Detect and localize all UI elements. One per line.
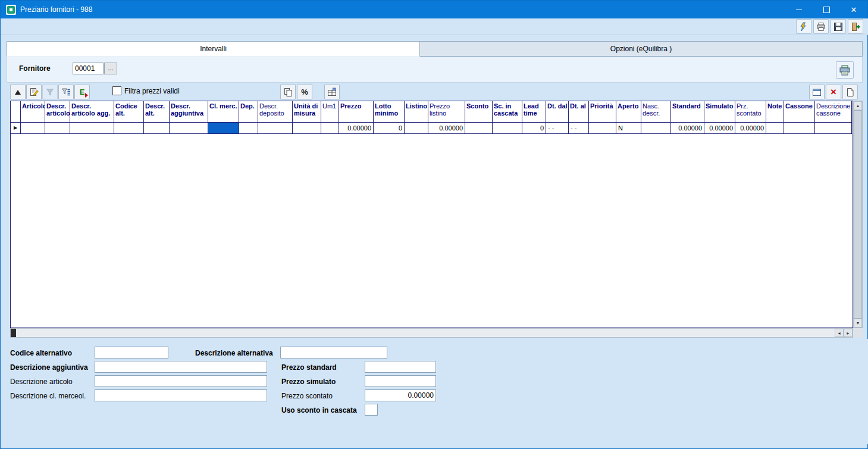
cell-codice_alt[interactable] <box>114 123 144 134</box>
column-header-descr_alt[interactable]: Descr.alt. <box>144 101 170 123</box>
filtra-prezzi-validi-checkbox[interactable] <box>112 86 121 95</box>
hscroll-right-button[interactable]: ► <box>844 329 853 337</box>
prezzo-simulato-input[interactable] <box>365 375 436 387</box>
cell-descr_alt[interactable] <box>144 123 170 134</box>
print-button[interactable] <box>813 19 829 34</box>
tab-intervalli[interactable]: Intervalli <box>7 41 420 57</box>
descrizione-alternativa-input[interactable] <box>280 347 387 358</box>
vscroll-down-button[interactable]: ▼ <box>854 319 862 328</box>
column-header-simulato[interactable]: Simulato <box>704 101 735 123</box>
vertical-scrollbar[interactable]: ▲ ▼ <box>853 101 863 328</box>
column-header-unita_di_misura[interactable]: Unità dimisura <box>293 101 321 123</box>
percent-button[interactable]: % <box>297 85 312 99</box>
fornitore-input[interactable] <box>73 63 104 74</box>
column-header-cl_merc[interactable]: Cl. merc. <box>208 101 239 123</box>
hscroll-thumb[interactable] <box>11 329 16 337</box>
column-header-dep[interactable]: Dep. <box>239 101 258 123</box>
new-row-button[interactable] <box>842 85 858 99</box>
copy-button[interactable] <box>280 85 296 99</box>
column-header-cassone[interactable]: Cassone <box>784 101 815 123</box>
uso-sconto-in-cascata-input[interactable] <box>365 404 378 416</box>
cell-lotto_minimo[interactable]: 0 <box>374 123 405 134</box>
cell-simulato[interactable]: 0.00000 <box>704 123 735 134</box>
hscroll-track[interactable] <box>16 329 835 337</box>
column-header-prz_scontato[interactable]: Prz.scontato <box>735 101 766 123</box>
column-header-prezzo_listino[interactable]: Prezzolistino <box>428 101 465 123</box>
close-button[interactable]: ✕ <box>840 1 867 18</box>
column-header-listino[interactable]: Listino <box>405 101 428 123</box>
cell-um1[interactable] <box>321 123 339 134</box>
prezzo-standard-input[interactable] <box>365 361 436 373</box>
print-grid-button[interactable] <box>836 61 854 79</box>
minimize-button[interactable] <box>785 1 813 18</box>
cell-descr_aggiuntiva[interactable] <box>170 123 208 134</box>
delete-row-button[interactable]: ✕ <box>826 85 841 99</box>
column-header-standard[interactable]: Standard <box>671 101 704 123</box>
column-header-descr_articolo[interactable]: Descr.articolo <box>45 101 70 123</box>
column-header-aperto[interactable]: Aperto <box>616 101 641 123</box>
column-header-codice_alt[interactable]: Codicealt. <box>114 101 144 123</box>
vscroll-track[interactable] <box>854 110 862 319</box>
maximize-button[interactable] <box>813 1 840 18</box>
save-button[interactable] <box>831 19 846 34</box>
tab-opzioni-equilibra[interactable]: Opzioni (eQuilibra ) <box>420 41 863 57</box>
horizontal-scrollbar[interactable]: ◄ ► <box>10 328 853 338</box>
descrizione-articolo-input[interactable] <box>95 375 267 387</box>
cell-cassone[interactable] <box>784 123 815 134</box>
column-header-sc_in_cascata[interactable]: Sc. incascata <box>493 101 522 123</box>
cell-descr_articolo_agg[interactable] <box>70 123 114 134</box>
vscroll-up-button[interactable]: ▲ <box>854 101 862 110</box>
vscroll-thumb[interactable] <box>854 110 862 319</box>
column-header-dt_dal[interactable]: Dt. dal <box>546 101 569 123</box>
cell-descr_articolo[interactable] <box>45 123 70 134</box>
column-header-articolo[interactable]: Articolo <box>21 101 45 123</box>
column-header-descrizione_cassone[interactable]: Descrizionecassone <box>815 101 852 123</box>
cell-sc_in_cascata[interactable] <box>493 123 522 134</box>
column-header-um1[interactable]: Um1 <box>321 101 339 123</box>
column-header-lead_time[interactable]: Leadtime <box>522 101 546 123</box>
column-header-prezzo[interactable]: Prezzo <box>339 101 374 123</box>
refresh-button[interactable] <box>796 19 811 34</box>
column-header-descr_articolo_agg[interactable]: Descr.articolo agg. <box>70 101 114 123</box>
cell-standard[interactable]: 0.00000 <box>671 123 704 134</box>
column-header-lotto_minimo[interactable]: Lottominimo <box>374 101 405 123</box>
cell-prezzo_listino[interactable]: 0.00000 <box>428 123 465 134</box>
exit-button[interactable] <box>848 19 863 34</box>
cell-unita_di_misura[interactable] <box>293 123 321 134</box>
cell-nasc_descr[interactable] <box>641 123 671 134</box>
column-header-priorita[interactable]: Priorità <box>589 101 616 123</box>
column-header-nasc_descr[interactable]: Nasc.descr. <box>641 101 671 123</box>
prezzo-scontato-input[interactable] <box>365 389 436 401</box>
codice-alternativo-input[interactable] <box>95 347 168 358</box>
cell-priorita[interactable] <box>589 123 616 134</box>
cell-note[interactable] <box>766 123 784 134</box>
column-header-descr_aggiuntiva[interactable]: Descr.aggiuntiva <box>170 101 208 123</box>
cell-descr_deposito[interactable] <box>258 123 293 134</box>
fornitore-browse-button[interactable]: ... <box>104 63 117 74</box>
cell-listino[interactable] <box>405 123 428 134</box>
column-header-note[interactable]: Note <box>766 101 784 123</box>
cell-dep[interactable] <box>239 123 258 134</box>
cell-descrizione_cassone[interactable] <box>815 123 852 134</box>
cell-articolo[interactable] <box>21 123 45 134</box>
excel-export-button[interactable]: E <box>74 85 90 99</box>
column-header-sconto[interactable]: Sconto <box>465 101 493 123</box>
grid-layout-button[interactable] <box>324 85 340 99</box>
cell-aperto[interactable]: N <box>616 123 641 134</box>
grid-data-row[interactable]: ▶ 0.0000000.000000- -- -N0.000000.000000… <box>11 123 852 134</box>
cell-prz_scontato[interactable]: 0.00000 <box>735 123 766 134</box>
cell-dt_al[interactable]: - - <box>569 123 589 134</box>
descrizione-aggiuntiva-input[interactable] <box>95 361 267 373</box>
go-top-button[interactable] <box>10 85 26 99</box>
cell-prezzo[interactable]: 0.00000 <box>339 123 374 134</box>
card-view-button[interactable] <box>809 85 825 99</box>
hscroll-left-button[interactable]: ◄ <box>835 329 844 337</box>
cell-cl_merc[interactable] <box>208 123 239 134</box>
filter-button[interactable] <box>42 85 58 99</box>
cell-lead_time[interactable]: 0 <box>522 123 546 134</box>
column-header-dt_al[interactable]: Dt. al <box>569 101 589 123</box>
descrizione-cl-merceol-input[interactable] <box>95 389 267 401</box>
cell-sconto[interactable] <box>465 123 493 134</box>
column-header-descr_deposito[interactable]: Descr.deposito <box>258 101 293 123</box>
cell-dt_dal[interactable]: - - <box>546 123 569 134</box>
